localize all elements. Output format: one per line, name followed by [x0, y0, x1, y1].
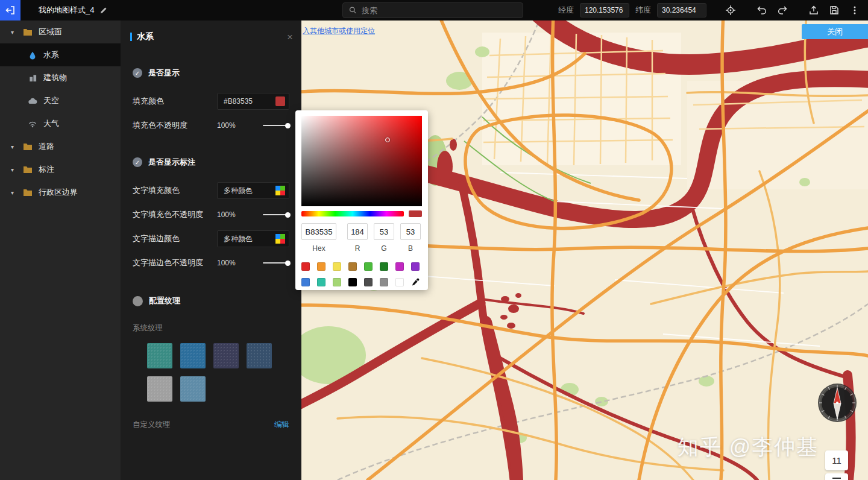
zoom-out-button[interactable]: [825, 473, 848, 480]
undo-icon[interactable]: [755, 3, 769, 17]
red-label: R: [355, 244, 360, 253]
fill-color-swatch: [275, 96, 285, 106]
preset-color[interactable]: [301, 262, 310, 271]
preset-color[interactable]: [411, 262, 420, 271]
system-texture-grid: [147, 343, 274, 402]
close-icon[interactable]: ×: [287, 32, 293, 42]
texture-swatch[interactable]: [247, 343, 272, 368]
preset-color[interactable]: [364, 278, 373, 286]
texture-swatch[interactable]: [147, 343, 172, 368]
sidebar-item-region[interactable]: ▾ 区域面: [0, 21, 121, 43]
preset-color[interactable]: [364, 262, 373, 271]
text-fill-value: 多种颜色: [224, 186, 253, 196]
show-layer-label: 是否显示: [148, 68, 180, 78]
text-stroke-opacity-slider[interactable]: [263, 262, 289, 264]
texture-swatch[interactable]: [213, 343, 239, 368]
green-input[interactable]: [374, 223, 394, 240]
text-stroke-picker-button[interactable]: 多种颜色: [217, 230, 289, 247]
watermark-text: 知乎 @李仲基: [678, 433, 819, 461]
locate-icon[interactable]: [723, 3, 738, 17]
folder-icon: [23, 188, 33, 197]
water-settings-panel: 水系 × ✓ 是否显示 填充颜色 #B83535 填充色不透明度 100%: [121, 21, 301, 480]
text-stroke-opacity-label: 文字描边色不透明度: [133, 257, 203, 268]
texture-swatch[interactable]: [180, 343, 206, 368]
slider-thumb[interactable]: [285, 123, 291, 128]
preset-color[interactable]: [348, 262, 357, 271]
color-picker-popup: Hex R G B: [295, 110, 428, 290]
texture-swatch[interactable]: [147, 376, 172, 402]
text-stroke-opacity-value: 100%: [217, 259, 236, 267]
text-fill-opacity-value: 100%: [217, 210, 236, 219]
preset-color[interactable]: [348, 278, 357, 286]
texture-toggle[interactable]: [133, 296, 143, 306]
sidebar-item-roads[interactable]: ▾ 道路: [0, 135, 121, 158]
redo-icon[interactable]: [775, 3, 790, 17]
search-icon: [349, 6, 357, 14]
hex-input[interactable]: [301, 223, 336, 240]
title-accent-bar: [130, 33, 132, 41]
sidebar-item-water[interactable]: 水系: [0, 43, 121, 66]
search-box[interactable]: [342, 2, 523, 18]
cloud-icon: [28, 96, 37, 106]
preset-color[interactable]: [380, 262, 388, 271]
sidebar-item-sky[interactable]: 天空: [0, 89, 121, 112]
text-fill-picker-button[interactable]: 多种颜色: [217, 182, 289, 199]
zoom-level-indicator[interactable]: 11: [825, 450, 848, 470]
preset-color[interactable]: [317, 262, 326, 271]
hue-slider[interactable]: [301, 211, 404, 216]
sidebar-item-admin-boundary[interactable]: ▾ 行政区边界: [0, 181, 121, 204]
latitude-input[interactable]: [657, 3, 706, 17]
eyedropper-icon[interactable]: [411, 278, 420, 286]
text-stroke-opacity-field: 文字描边色不透明度 100%: [133, 254, 289, 271]
text-fill-label: 文字填充颜色: [133, 185, 180, 196]
slider-thumb[interactable]: [285, 212, 291, 218]
preset-color[interactable]: [395, 262, 404, 271]
sidebar-item-buildings[interactable]: 建筑物: [0, 66, 121, 89]
exit-icon[interactable]: [0, 0, 20, 21]
texture-swatch[interactable]: [180, 376, 206, 402]
search-input[interactable]: [362, 6, 517, 15]
text-fill-opacity-slider[interactable]: [263, 214, 289, 215]
preset-color[interactable]: [395, 278, 404, 286]
blue-label: B: [408, 244, 413, 253]
preset-color[interactable]: [301, 278, 310, 286]
water-drop-icon: [28, 50, 37, 60]
save-icon[interactable]: [827, 3, 841, 17]
edit-custom-texture-link[interactable]: 编辑: [274, 420, 289, 430]
chevron-down-icon[interactable]: ▾: [11, 189, 17, 196]
preset-color[interactable]: [380, 278, 388, 286]
more-menu-icon[interactable]: [848, 3, 862, 17]
show-layer-checkbox[interactable]: ✓: [133, 68, 142, 78]
show-marker-checkbox[interactable]: ✓: [133, 157, 142, 167]
edit-pencil-icon[interactable]: [99, 7, 107, 14]
fill-color-picker-button[interactable]: #B83535: [217, 93, 289, 110]
preset-color[interactable]: [317, 278, 326, 286]
blue-input[interactable]: [400, 223, 421, 240]
chevron-down-icon[interactable]: ▾: [11, 166, 17, 173]
chevron-down-icon[interactable]: ▾: [11, 144, 17, 150]
map-notice-link[interactable]: 入其他城市或使用定位: [303, 26, 375, 36]
red-input[interactable]: [347, 223, 368, 240]
document-title: 我的地图样式_4: [39, 5, 107, 16]
system-texture-label: 系统纹理: [133, 324, 163, 332]
show-marker-label: 是否显示标注: [148, 157, 195, 168]
compass-control[interactable]: [817, 383, 857, 423]
text-fill-opacity-label: 文字填充色不透明度: [133, 209, 203, 220]
longitude-input[interactable]: [580, 3, 629, 17]
preset-color[interactable]: [333, 278, 341, 286]
close-map-button[interactable]: 关闭: [802, 24, 868, 39]
saturation-value-area[interactable]: [301, 116, 422, 206]
export-icon[interactable]: [807, 3, 821, 17]
slider-thumb[interactable]: [285, 261, 291, 266]
sv-cursor[interactable]: [385, 137, 390, 142]
preset-color[interactable]: [333, 262, 341, 271]
chevron-down-icon[interactable]: ▾: [11, 29, 17, 36]
sidebar-item-labels[interactable]: ▾ 标注: [0, 158, 121, 181]
fill-opacity-slider[interactable]: [263, 125, 289, 126]
atmosphere-icon: [28, 119, 37, 128]
longitude-label: 经度: [558, 5, 574, 16]
sidebar-item-atmosphere[interactable]: 大气: [0, 112, 121, 135]
sidebar-item-label: 标注: [39, 164, 54, 175]
text-stroke-label: 文字描边颜色: [133, 233, 180, 244]
fill-opacity-value: 100%: [217, 121, 236, 130]
